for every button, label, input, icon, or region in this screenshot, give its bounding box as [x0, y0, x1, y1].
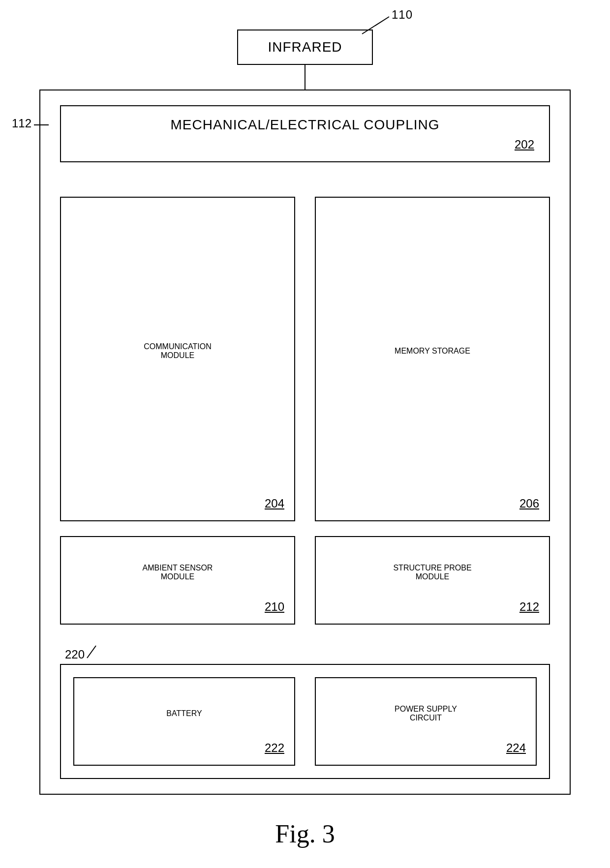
- ref-220-label-area: 220: [65, 646, 102, 661]
- ref-110-svg: 110: [362, 12, 416, 36]
- infrared-section: INFRARED 110: [237, 30, 372, 90]
- page-container: INFRARED 110 112 MECHANICAL/ELECTRICAL C…: [0, 0, 610, 868]
- ref-220-arrow: [87, 646, 102, 660]
- ref-220-text: 220: [65, 648, 85, 661]
- communication-module-title: COMMUNICATION MODULE: [144, 342, 211, 360]
- structure-probe-title: STRUCTURE PROBE MODULE: [393, 564, 471, 581]
- ambient-sensor-title: AMBIENT SENSOR MODULE: [143, 564, 213, 581]
- svg-line-0: [362, 17, 389, 34]
- communication-title-container: COMMUNICATION MODULE: [71, 210, 284, 492]
- ref-112: 112: [12, 118, 51, 140]
- ref-110-text: 110: [392, 8, 413, 21]
- structure-probe-title-container: STRUCTURE PROBE MODULE: [326, 549, 539, 595]
- battery-title: BATTERY: [166, 709, 202, 718]
- communication-module-box: COMMUNICATION MODULE 204: [60, 197, 295, 521]
- infrared-label: INFRARED: [268, 39, 342, 55]
- mechanical-coupling-title: MECHANICAL/ELECTRICAL COUPLING: [76, 116, 534, 134]
- structure-probe-module-box: STRUCTURE PROBE MODULE 212: [315, 536, 550, 625]
- figure-caption: Fig. 3: [275, 819, 335, 848]
- connector-infrared-to-main: [305, 65, 305, 90]
- power-inner-row: BATTERY 222 POWER SUPPLY CIRCUIT 224: [73, 677, 537, 766]
- structure-probe-ref: 212: [326, 600, 539, 614]
- battery-title-container: BATTERY: [84, 690, 284, 736]
- communication-module-ref: 204: [71, 497, 284, 510]
- memory-storage-box: MEMORY STORAGE 206: [315, 197, 550, 521]
- memory-storage-title: MEMORY STORAGE: [395, 347, 470, 356]
- mechanical-coupling-ref: 202: [76, 138, 534, 151]
- ref-112-text: 112: [12, 117, 31, 130]
- middle-row-1: COMMUNICATION MODULE 204 MEMORY STORAGE …: [60, 197, 550, 521]
- ref-112-svg: 112: [12, 118, 51, 137]
- power-label-spacer: 220: [60, 639, 550, 664]
- ambient-sensor-title-container: AMBIENT SENSOR MODULE: [71, 549, 284, 595]
- infrared-label-row: INFRARED 110: [237, 30, 372, 65]
- battery-ref: 222: [84, 741, 284, 755]
- ambient-sensor-module-box: AMBIENT SENSOR MODULE 210: [60, 536, 295, 625]
- main-outer-box: 112 MECHANICAL/ELECTRICAL COUPLING 202 C…: [39, 90, 571, 795]
- svg-line-2: [87, 646, 96, 658]
- power-section: BATTERY 222 POWER SUPPLY CIRCUIT 224: [60, 664, 550, 779]
- memory-storage-ref: 206: [326, 497, 539, 510]
- memory-storage-title-container: MEMORY STORAGE: [326, 210, 539, 492]
- battery-box: BATTERY 222: [73, 677, 295, 766]
- spacer-1: [60, 182, 550, 197]
- power-supply-ref: 224: [326, 741, 526, 755]
- power-supply-title: POWER SUPPLY CIRCUIT: [395, 705, 457, 722]
- power-supply-circuit-box: POWER SUPPLY CIRCUIT 224: [315, 677, 537, 766]
- infrared-box: INFRARED 110: [237, 30, 372, 65]
- power-supply-title-container: POWER SUPPLY CIRCUIT: [326, 690, 526, 736]
- middle-row-2: AMBIENT SENSOR MODULE 210 STRUCTURE PROB…: [60, 536, 550, 625]
- ambient-sensor-ref: 210: [71, 600, 284, 614]
- mechanical-coupling-box: MECHANICAL/ELECTRICAL COUPLING 202: [60, 105, 550, 162]
